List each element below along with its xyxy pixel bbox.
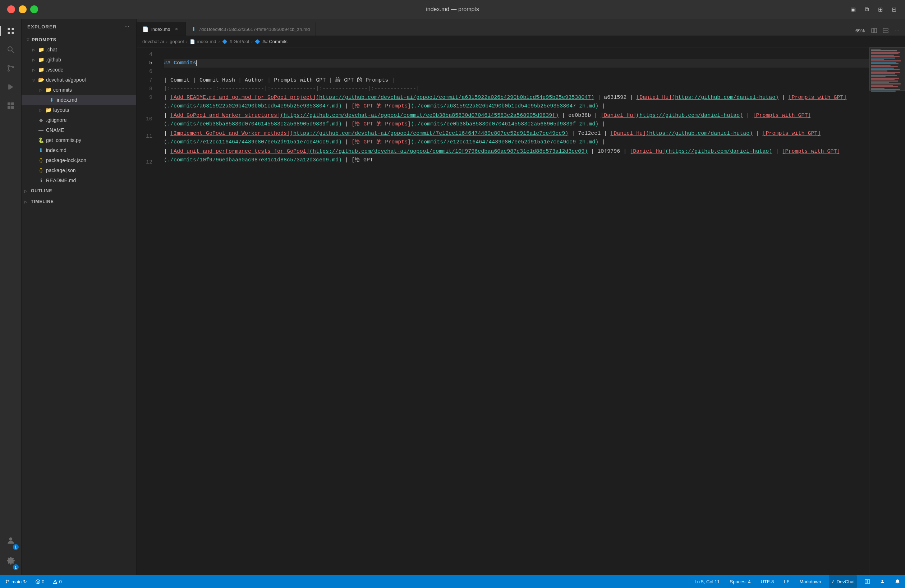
sidebar-layout-icon[interactable]: ▣ — [849, 5, 857, 13]
code-editor[interactable]: ## Commits | Commit | Commit Hash | Auth… — [158, 48, 869, 575]
warning-count[interactable]: ! 0 — [51, 575, 64, 588]
json-icon: {} — [37, 157, 44, 163]
split-layout-icon[interactable]: ⧉ — [862, 5, 870, 13]
activity-explorer[interactable] — [2, 22, 19, 40]
breadcrumb-index-md[interactable]: index.md — [197, 39, 216, 44]
zoom-level[interactable]: 69% — [853, 25, 868, 36]
editor-area: 📄 index.md ✕ ⬇ 7dc1fcec9fc3758c53f356174… — [137, 19, 905, 575]
gitignore-icon: ◆ — [37, 117, 44, 123]
tree-item-vscode[interactable]: ▷ 📁 .vscode — [22, 65, 136, 75]
tab-hash-md-label: 7dc1fcec9fc3758c53f356174f8fe410950b94cb… — [199, 27, 310, 32]
get-commits-label: get_commits.py — [46, 137, 81, 143]
l10-sep2: | — [342, 120, 351, 129]
tree-item-gitignore[interactable]: ▷ ◆ .gitignore — [22, 115, 136, 125]
maximize-button[interactable] — [30, 5, 38, 13]
code-line-10: | [Add GoPool and Worker structures](htt… — [164, 111, 869, 129]
breadcrumb-gopool[interactable]: gopool — [170, 39, 184, 44]
sidebar-header: EXPLORER ··· — [22, 19, 136, 35]
bell-icon[interactable] — [893, 575, 902, 588]
tab-index-md[interactable]: 📄 index.md ✕ — [137, 22, 186, 36]
tree-item-layouts[interactable]: ▷ 📁 layouts — [22, 105, 136, 115]
line-num-6: 6 — [137, 68, 152, 76]
tree-item-index-md[interactable]: ⬇ index.md — [22, 95, 136, 105]
l10-author-url[interactable]: (https://github.com/daniel-hutao) — [636, 111, 743, 120]
col-author: Author — [245, 76, 267, 85]
tree-item-package-json[interactable]: ▷ {} package.json — [22, 165, 136, 175]
activity-extensions[interactable] — [2, 97, 19, 114]
editor-layout-button[interactable] — [881, 25, 891, 36]
l9-url1[interactable]: (https://github.com/devchat-ai/gopool/co… — [316, 94, 594, 102]
tree-item-gopool[interactable]: ▽ 📂 devchat-ai/gopool — [22, 75, 136, 85]
tree-item-commits[interactable]: ▷ 📁 commits — [22, 85, 136, 95]
svg-rect-20 — [883, 31, 888, 33]
l12-url1[interactable]: (https://github.com/devchat-ai/gopool/co… — [310, 147, 587, 156]
timeline-section[interactable]: ▷ TIMELINE — [22, 196, 136, 207]
error-count[interactable]: ✕ 0 — [33, 575, 46, 588]
folder-icon: 📁 — [37, 67, 44, 73]
tree-item-get-commits-py[interactable]: ▷ 🐍 get_commits.py — [22, 135, 136, 145]
main-container: 1 1 EXPLORER ··· ▽ — [0, 19, 905, 575]
tab-index-md-close[interactable]: ✕ — [173, 26, 180, 32]
cursor-position[interactable]: Ln 5, Col 11 — [692, 575, 722, 588]
activity-run[interactable] — [2, 78, 19, 95]
activity-git[interactable] — [2, 60, 19, 77]
svg-rect-17 — [872, 29, 874, 33]
l11-url1[interactable]: (https://github.com/devchat-ai/gopool/co… — [290, 129, 568, 138]
tab-hash-md[interactable]: ⬇ 7dc1fcec9fc3758c53f356174f8fe410950b94… — [186, 22, 316, 36]
tree-root-prompts[interactable]: ▽ PROMPTS — [22, 35, 136, 44]
notifications-layout[interactable] — [862, 575, 872, 588]
l10-cn-url[interactable]: (./commits/ee0b38ba85830d07046145583c2a5… — [411, 120, 599, 129]
indentation[interactable]: Spaces: 4 — [728, 575, 753, 588]
gitignore-label: .gitignore — [46, 117, 67, 123]
breadcrumb-commits[interactable]: ## Commits — [262, 39, 287, 44]
tree-item-chat[interactable]: ▷ 📁 .chat — [22, 44, 136, 55]
l9-prompts-url[interactable]: (./commits/a6315922a026b4290b0b1cd54e95b… — [164, 102, 342, 111]
more-actions-button[interactable]: ··· — [892, 25, 902, 36]
l11-author-url[interactable]: (https://github.com/daniel-hutao) — [646, 129, 753, 138]
close-button[interactable] — [7, 5, 15, 13]
line-num-10: 10 — [137, 102, 152, 119]
tree-item-root-index-md[interactable]: ▷ ⬇ index.md — [22, 145, 136, 155]
language-mode[interactable]: Markdown — [797, 575, 823, 588]
l11-prompts-url[interactable]: (./commits/7e12cc11646474489e807ee52d915… — [164, 138, 342, 147]
sidebar-more-button[interactable]: ··· — [123, 23, 130, 30]
l9-cn-url[interactable]: (./commits/a6315922a026b4290b0b1cd54e95b… — [411, 102, 599, 111]
sidebar-actions: ··· — [123, 23, 130, 30]
l12-prompts-url[interactable]: (./commits/10f9796edbaa60ac987e31c1d88c5… — [164, 156, 342, 165]
folder-icon: 📁 — [44, 107, 52, 113]
status-right: Ln 5, Col 11 Spaces: 4 UTF-8 LF Markdown… — [692, 575, 902, 588]
l9-author-url[interactable]: (https://github.com/daniel-hutao) — [672, 94, 778, 102]
window-title: index.md — prompts — [426, 6, 479, 13]
outline-section[interactable]: ▷ OUTLINE — [22, 186, 136, 196]
layouts-label: layouts — [53, 107, 69, 113]
panel-layout-icon[interactable]: ⊞ — [876, 5, 884, 13]
activity-search[interactable] — [2, 41, 19, 58]
table-sep: |:-------------|:--------------|:-------… — [164, 85, 419, 94]
encoding[interactable]: UTF-8 — [758, 575, 776, 588]
json-icon2: {} — [37, 167, 44, 173]
l10-prompts-url[interactable]: (./commits/ee0b38ba85830d07046145583c2a5… — [164, 120, 342, 129]
tree-item-github[interactable]: ▷ 📁 .github — [22, 55, 136, 65]
l12-prompts: [Prompts with GPT] — [782, 147, 840, 156]
warning-num: 0 — [59, 579, 62, 585]
l9-pipe1: | — [164, 94, 170, 102]
split-editor-button[interactable] — [869, 25, 879, 36]
eol[interactable]: LF — [782, 575, 791, 588]
git-branch[interactable]: main ↻ — [3, 575, 29, 588]
accounts-status[interactable] — [878, 575, 887, 588]
minimap[interactable] — [869, 48, 905, 575]
tree-item-package-lock[interactable]: ▷ {} package-lock.json — [22, 155, 136, 165]
breadcrumb-devchat[interactable]: devchat-ai — [142, 39, 164, 44]
l12-author-url[interactable]: (https://github.com/daniel-hutao) — [665, 147, 772, 156]
devchat-status[interactable]: ✓ DevChat — [829, 575, 857, 588]
l9-sep3: | — [342, 102, 351, 111]
breadcrumb-gopool-heading[interactable]: # GoPool — [230, 39, 249, 44]
l10-url1[interactable]: (https://github.com/devchat-ai/gopool/co… — [280, 111, 559, 120]
breadcrumb-md-icon: 📄 — [190, 39, 195, 44]
user-avatar-container: 1 — [2, 532, 19, 551]
minimize-button[interactable] — [19, 5, 27, 13]
l11-cn-url[interactable]: (./commits/7e12cc11646474489e807ee52d915… — [411, 138, 599, 147]
custom-layout-icon[interactable]: ⊟ — [890, 5, 898, 13]
tree-item-cname[interactable]: ▷ — CNAME — [22, 125, 136, 135]
tree-item-readme[interactable]: ▷ ℹ README.md — [22, 175, 136, 186]
